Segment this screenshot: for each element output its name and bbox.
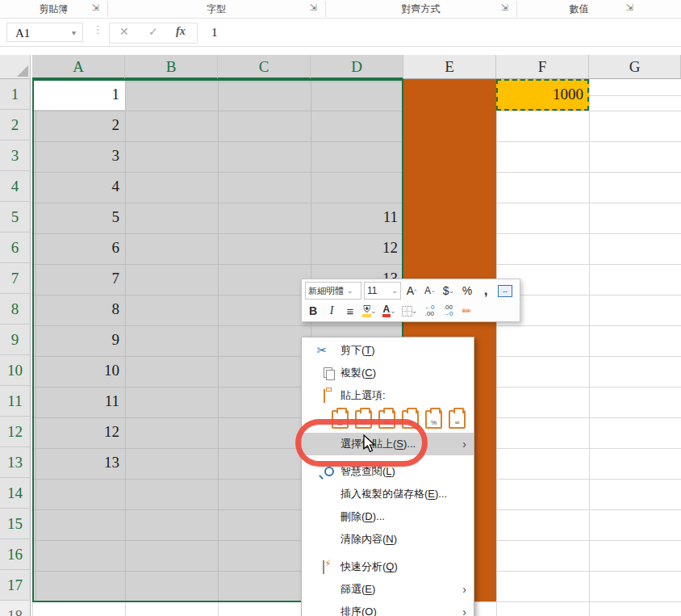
row-header-8[interactable]: 8 — [0, 294, 31, 325]
select-all-button[interactable] — [0, 55, 31, 79]
dialog-launcher-icon[interactable]: ⇲ — [310, 2, 317, 13]
dialog-launcher-icon[interactable]: ⇲ — [501, 2, 508, 13]
column-header-c[interactable]: C — [218, 55, 311, 79]
cell-a11[interactable]: 11 — [32, 386, 125, 417]
row-header-14[interactable]: 14 — [0, 478, 31, 509]
chevron-down-icon[interactable]: ▾ — [72, 23, 76, 43]
name-box[interactable]: A1 ▾ — [6, 23, 83, 42]
cell-a9[interactable]: 9 — [32, 325, 125, 355]
chevron-down-icon[interactable]: ⌄ — [391, 287, 398, 295]
grow-font-icon[interactable]: A^ — [403, 283, 420, 299]
submenu-arrow-icon: › — [462, 583, 466, 596]
row-header-18[interactable]: 18 — [0, 601, 31, 616]
menu-item-delete[interactable]: 刪除(D)... — [302, 505, 474, 528]
paste-link-icon[interactable]: ∞ — [449, 410, 466, 429]
column-header-a[interactable]: A — [32, 55, 125, 79]
fill-color-icon[interactable]: ⛨⌄ — [361, 303, 378, 319]
borders-icon[interactable]: ⌄ — [400, 303, 420, 319]
drag-handle-dots-icon: ⋮ — [93, 23, 103, 36]
menu-item-paste-options[interactable]: 貼上選項: — [302, 384, 474, 407]
ribbon-group-1: 剪貼簿⇲ — [0, 0, 107, 18]
cell-a1[interactable]: 1 — [32, 79, 125, 110]
cell-a2[interactable]: 2 — [32, 110, 125, 140]
cell-a6[interactable]: 6 — [32, 233, 125, 263]
row-header-7[interactable]: 7 — [0, 263, 31, 294]
column-width-icon[interactable]: ↔ — [496, 283, 514, 299]
menu-item-clear[interactable]: 清除內容(N) — [302, 528, 474, 551]
cell-a3[interactable]: 3 — [32, 140, 125, 171]
menu-item-cut[interactable]: ✂剪下(T) — [302, 339, 474, 362]
column-header-e[interactable]: E — [403, 55, 496, 79]
row-header-5[interactable]: 5 — [0, 202, 31, 233]
row-header-2[interactable]: 2 — [0, 110, 31, 140]
cell-f1[interactable]: 1000 — [496, 79, 589, 110]
cell-d6[interactable]: 12 — [311, 233, 403, 263]
column-header-d[interactable]: D — [311, 55, 403, 79]
ribbon-group-2: 字型⇲ — [107, 0, 325, 18]
row-header-4[interactable]: 4 — [0, 171, 31, 202]
italic-icon[interactable]: I — [324, 303, 340, 319]
menu-item-copy[interactable]: 複製(C) — [302, 362, 474, 384]
cell-a13[interactable]: 13 — [32, 447, 125, 478]
formula-row: A1 ▾ ⋮ ✕ ✓ fx 1 — [0, 19, 681, 47]
row-header-16[interactable]: 16 — [0, 539, 31, 570]
paste-formatting-icon[interactable]: % — [425, 410, 442, 429]
row-header-12[interactable]: 12 — [0, 417, 31, 447]
dialog-launcher-icon[interactable]: ⇲ — [626, 2, 633, 13]
font-size-select[interactable]: 11 ⌄ — [364, 282, 401, 300]
font-name-select[interactable]: 新細明體 ⌄ — [305, 282, 361, 300]
font-color-icon[interactable]: A⌄ — [381, 303, 398, 319]
percent-style-icon[interactable]: % — [459, 283, 475, 299]
insert-function-icon[interactable]: fx — [176, 25, 186, 38]
chevron-down-icon[interactable]: ⌄ — [347, 287, 353, 295]
row-header-13[interactable]: 13 — [0, 447, 31, 478]
row-header-1[interactable]: 1 — [0, 79, 31, 110]
column-headers: ABCDEFG — [0, 55, 681, 79]
magnifier-icon — [313, 466, 331, 478]
select-all-triangle-icon — [17, 65, 28, 77]
menu-item-label: 插入複製的儲存格(E)... — [340, 487, 447, 501]
ribbon-group-3: 對齊方式⇲ — [325, 0, 516, 18]
cancel-icon[interactable]: ✕ — [119, 25, 129, 38]
cell-d5[interactable]: 11 — [311, 202, 403, 233]
row-header-15[interactable]: 15 — [0, 509, 31, 539]
row-header-11[interactable]: 11 — [0, 386, 31, 417]
enter-icon[interactable]: ✓ — [148, 25, 158, 38]
shrink-font-icon[interactable]: A⌄ — [422, 283, 438, 299]
comma-style-icon[interactable]: , — [478, 283, 494, 299]
cell-a10[interactable]: 10 — [32, 355, 125, 386]
dialog-launcher-icon[interactable]: ⇲ — [92, 2, 99, 13]
menu-item-sort[interactable]: 排序(O)› — [302, 601, 474, 616]
row-header-10[interactable]: 10 — [0, 355, 31, 386]
menu-item-quick-analysis[interactable]: ⚡快速分析(Q) — [302, 555, 474, 578]
accounting-format-icon[interactable]: $⌄ — [441, 283, 457, 299]
formula-bar[interactable]: 1 — [200, 23, 681, 42]
context-menu: ✂剪下(T)複製(C)貼上選項:▢12fx⤷%∞選擇性貼上(S)...›智慧查閱… — [301, 337, 474, 616]
cell-a8[interactable]: 8 — [32, 294, 125, 325]
ribbon-group-strip: 剪貼簿⇲字型⇲對齊方式⇲數值⇲ — [0, 0, 681, 19]
decrease-decimal-icon[interactable]: .00→0 — [440, 303, 456, 319]
ribbon-group-label: 數值 — [516, 2, 641, 16]
row-header-6[interactable]: 6 — [0, 233, 31, 263]
row-header-9[interactable]: 9 — [0, 325, 31, 355]
column-header-g[interactable]: G — [589, 55, 681, 79]
name-box-value: A1 — [15, 27, 30, 40]
cell-a12[interactable]: 12 — [32, 417, 125, 447]
menu-item-filter[interactable]: 篩選(E)› — [302, 578, 474, 601]
submenu-arrow-icon: › — [462, 606, 466, 616]
center-icon[interactable]: ≡ — [342, 303, 358, 319]
cell-a7[interactable]: 7 — [32, 263, 125, 294]
cell-a5[interactable]: 5 — [32, 202, 125, 233]
excel-window: { "ribbon": { "groups": [ {"label": "剪貼簿… — [0, 0, 681, 616]
increase-decimal-icon[interactable]: ←0.00 — [421, 303, 437, 319]
bold-icon[interactable]: B — [305, 303, 321, 319]
ribbon-group-4: 數值⇲ — [516, 0, 641, 18]
menu-item-insert-copied[interactable]: 插入複製的儲存格(E)... — [302, 483, 474, 505]
cell-a4[interactable]: 4 — [32, 171, 125, 202]
row-header-3[interactable]: 3 — [0, 140, 31, 171]
row-header-17[interactable]: 17 — [0, 570, 31, 601]
column-header-f[interactable]: F — [496, 55, 589, 79]
menu-item-label: 篩選(E) — [340, 582, 375, 597]
format-painter-icon[interactable]: ✏ — [458, 303, 474, 319]
column-header-b[interactable]: B — [125, 55, 218, 79]
